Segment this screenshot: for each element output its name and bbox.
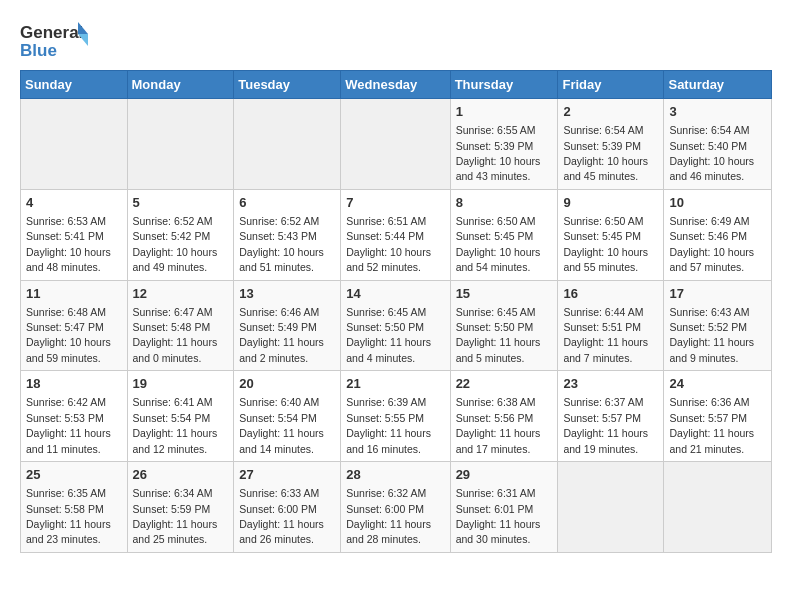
day-number: 15 xyxy=(456,285,553,303)
day-number: 19 xyxy=(133,375,229,393)
calendar-week-4: 18Sunrise: 6:42 AM Sunset: 5:53 PM Dayli… xyxy=(21,371,772,462)
calendar-cell xyxy=(341,99,450,190)
logo-svg: GeneralBlue xyxy=(20,20,90,62)
day-info: Sunrise: 6:50 AM Sunset: 5:45 PM Dayligh… xyxy=(456,215,541,273)
calendar-cell: 9Sunrise: 6:50 AM Sunset: 5:45 PM Daylig… xyxy=(558,189,664,280)
header-day-friday: Friday xyxy=(558,71,664,99)
day-number: 2 xyxy=(563,103,658,121)
svg-text:Blue: Blue xyxy=(20,41,57,60)
day-number: 22 xyxy=(456,375,553,393)
calendar-cell: 10Sunrise: 6:49 AM Sunset: 5:46 PM Dayli… xyxy=(664,189,772,280)
day-info: Sunrise: 6:31 AM Sunset: 6:01 PM Dayligh… xyxy=(456,487,541,545)
calendar-cell: 27Sunrise: 6:33 AM Sunset: 6:00 PM Dayli… xyxy=(234,462,341,553)
calendar-cell: 18Sunrise: 6:42 AM Sunset: 5:53 PM Dayli… xyxy=(21,371,128,462)
calendar-week-1: 1Sunrise: 6:55 AM Sunset: 5:39 PM Daylig… xyxy=(21,99,772,190)
day-number: 12 xyxy=(133,285,229,303)
day-number: 23 xyxy=(563,375,658,393)
day-info: Sunrise: 6:35 AM Sunset: 5:58 PM Dayligh… xyxy=(26,487,111,545)
day-info: Sunrise: 6:46 AM Sunset: 5:49 PM Dayligh… xyxy=(239,306,324,364)
calendar-cell: 1Sunrise: 6:55 AM Sunset: 5:39 PM Daylig… xyxy=(450,99,558,190)
calendar-cell: 20Sunrise: 6:40 AM Sunset: 5:54 PM Dayli… xyxy=(234,371,341,462)
calendar-cell xyxy=(21,99,128,190)
day-info: Sunrise: 6:41 AM Sunset: 5:54 PM Dayligh… xyxy=(133,396,218,454)
calendar-cell: 21Sunrise: 6:39 AM Sunset: 5:55 PM Dayli… xyxy=(341,371,450,462)
day-number: 4 xyxy=(26,194,122,212)
day-number: 26 xyxy=(133,466,229,484)
header-day-sunday: Sunday xyxy=(21,71,128,99)
day-info: Sunrise: 6:45 AM Sunset: 5:50 PM Dayligh… xyxy=(456,306,541,364)
logo: GeneralBlue xyxy=(20,20,90,62)
svg-text:General: General xyxy=(20,23,83,42)
day-info: Sunrise: 6:52 AM Sunset: 5:43 PM Dayligh… xyxy=(239,215,324,273)
day-info: Sunrise: 6:44 AM Sunset: 5:51 PM Dayligh… xyxy=(563,306,648,364)
day-info: Sunrise: 6:49 AM Sunset: 5:46 PM Dayligh… xyxy=(669,215,754,273)
calendar-cell: 12Sunrise: 6:47 AM Sunset: 5:48 PM Dayli… xyxy=(127,280,234,371)
day-number: 21 xyxy=(346,375,444,393)
day-number: 29 xyxy=(456,466,553,484)
day-info: Sunrise: 6:37 AM Sunset: 5:57 PM Dayligh… xyxy=(563,396,648,454)
calendar-week-2: 4Sunrise: 6:53 AM Sunset: 5:41 PM Daylig… xyxy=(21,189,772,280)
calendar-week-5: 25Sunrise: 6:35 AM Sunset: 5:58 PM Dayli… xyxy=(21,462,772,553)
day-info: Sunrise: 6:33 AM Sunset: 6:00 PM Dayligh… xyxy=(239,487,324,545)
day-info: Sunrise: 6:50 AM Sunset: 5:45 PM Dayligh… xyxy=(563,215,648,273)
day-number: 5 xyxy=(133,194,229,212)
calendar-cell: 5Sunrise: 6:52 AM Sunset: 5:42 PM Daylig… xyxy=(127,189,234,280)
day-info: Sunrise: 6:42 AM Sunset: 5:53 PM Dayligh… xyxy=(26,396,111,454)
day-info: Sunrise: 6:47 AM Sunset: 5:48 PM Dayligh… xyxy=(133,306,218,364)
day-number: 25 xyxy=(26,466,122,484)
calendar-cell: 28Sunrise: 6:32 AM Sunset: 6:00 PM Dayli… xyxy=(341,462,450,553)
header-day-monday: Monday xyxy=(127,71,234,99)
day-number: 9 xyxy=(563,194,658,212)
day-info: Sunrise: 6:40 AM Sunset: 5:54 PM Dayligh… xyxy=(239,396,324,454)
day-info: Sunrise: 6:38 AM Sunset: 5:56 PM Dayligh… xyxy=(456,396,541,454)
day-number: 13 xyxy=(239,285,335,303)
day-number: 8 xyxy=(456,194,553,212)
header-day-tuesday: Tuesday xyxy=(234,71,341,99)
day-number: 1 xyxy=(456,103,553,121)
calendar-header-row: SundayMondayTuesdayWednesdayThursdayFrid… xyxy=(21,71,772,99)
day-number: 18 xyxy=(26,375,122,393)
day-info: Sunrise: 6:45 AM Sunset: 5:50 PM Dayligh… xyxy=(346,306,431,364)
day-info: Sunrise: 6:43 AM Sunset: 5:52 PM Dayligh… xyxy=(669,306,754,364)
day-number: 16 xyxy=(563,285,658,303)
day-number: 14 xyxy=(346,285,444,303)
calendar-cell: 8Sunrise: 6:50 AM Sunset: 5:45 PM Daylig… xyxy=(450,189,558,280)
day-info: Sunrise: 6:32 AM Sunset: 6:00 PM Dayligh… xyxy=(346,487,431,545)
calendar-cell: 3Sunrise: 6:54 AM Sunset: 5:40 PM Daylig… xyxy=(664,99,772,190)
day-info: Sunrise: 6:54 AM Sunset: 5:39 PM Dayligh… xyxy=(563,124,648,182)
header-day-thursday: Thursday xyxy=(450,71,558,99)
day-number: 10 xyxy=(669,194,766,212)
day-info: Sunrise: 6:53 AM Sunset: 5:41 PM Dayligh… xyxy=(26,215,111,273)
calendar-cell: 6Sunrise: 6:52 AM Sunset: 5:43 PM Daylig… xyxy=(234,189,341,280)
calendar-cell: 2Sunrise: 6:54 AM Sunset: 5:39 PM Daylig… xyxy=(558,99,664,190)
calendar-cell xyxy=(558,462,664,553)
calendar-cell: 25Sunrise: 6:35 AM Sunset: 5:58 PM Dayli… xyxy=(21,462,128,553)
calendar-cell: 23Sunrise: 6:37 AM Sunset: 5:57 PM Dayli… xyxy=(558,371,664,462)
day-info: Sunrise: 6:39 AM Sunset: 5:55 PM Dayligh… xyxy=(346,396,431,454)
calendar-cell xyxy=(664,462,772,553)
day-info: Sunrise: 6:36 AM Sunset: 5:57 PM Dayligh… xyxy=(669,396,754,454)
calendar-cell: 17Sunrise: 6:43 AM Sunset: 5:52 PM Dayli… xyxy=(664,280,772,371)
calendar-cell: 15Sunrise: 6:45 AM Sunset: 5:50 PM Dayli… xyxy=(450,280,558,371)
header-day-wednesday: Wednesday xyxy=(341,71,450,99)
calendar-cell: 29Sunrise: 6:31 AM Sunset: 6:01 PM Dayli… xyxy=(450,462,558,553)
calendar-cell: 14Sunrise: 6:45 AM Sunset: 5:50 PM Dayli… xyxy=(341,280,450,371)
day-info: Sunrise: 6:48 AM Sunset: 5:47 PM Dayligh… xyxy=(26,306,111,364)
calendar-body: 1Sunrise: 6:55 AM Sunset: 5:39 PM Daylig… xyxy=(21,99,772,553)
day-number: 3 xyxy=(669,103,766,121)
calendar-cell: 22Sunrise: 6:38 AM Sunset: 5:56 PM Dayli… xyxy=(450,371,558,462)
calendar-week-3: 11Sunrise: 6:48 AM Sunset: 5:47 PM Dayli… xyxy=(21,280,772,371)
calendar-cell: 7Sunrise: 6:51 AM Sunset: 5:44 PM Daylig… xyxy=(341,189,450,280)
calendar-cell: 11Sunrise: 6:48 AM Sunset: 5:47 PM Dayli… xyxy=(21,280,128,371)
calendar-cell xyxy=(127,99,234,190)
calendar-cell: 26Sunrise: 6:34 AM Sunset: 5:59 PM Dayli… xyxy=(127,462,234,553)
day-info: Sunrise: 6:34 AM Sunset: 5:59 PM Dayligh… xyxy=(133,487,218,545)
page-header: GeneralBlue xyxy=(20,16,772,62)
calendar-cell: 24Sunrise: 6:36 AM Sunset: 5:57 PM Dayli… xyxy=(664,371,772,462)
day-info: Sunrise: 6:52 AM Sunset: 5:42 PM Dayligh… xyxy=(133,215,218,273)
calendar-cell: 16Sunrise: 6:44 AM Sunset: 5:51 PM Dayli… xyxy=(558,280,664,371)
day-number: 24 xyxy=(669,375,766,393)
calendar-cell: 4Sunrise: 6:53 AM Sunset: 5:41 PM Daylig… xyxy=(21,189,128,280)
calendar-cell: 19Sunrise: 6:41 AM Sunset: 5:54 PM Dayli… xyxy=(127,371,234,462)
day-number: 17 xyxy=(669,285,766,303)
